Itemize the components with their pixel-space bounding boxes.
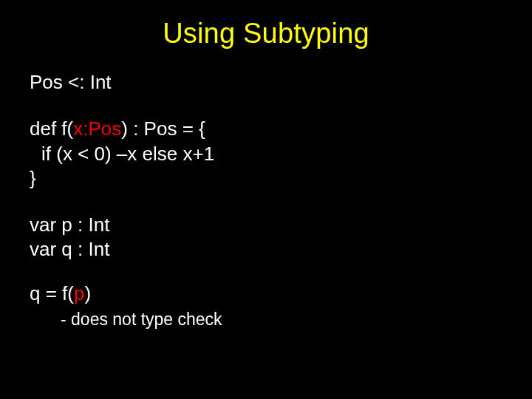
call-expression: q = f(p) xyxy=(30,282,502,306)
var-q: var q : Int xyxy=(30,237,502,262)
def-line-1: def f(x:Pos) : Pos = { xyxy=(30,117,502,141)
call-suffix: ) xyxy=(84,282,91,304)
subtype-declaration: Pos <: Int xyxy=(30,70,502,95)
def-line-3: } xyxy=(30,166,502,191)
slide-title: Using Subtyping xyxy=(30,18,502,50)
var-p: var p : Int xyxy=(30,213,502,237)
def-line-2: if (x < 0) –x else x+1 xyxy=(30,142,502,166)
slide: Using Subtyping Pos <: Int def f(x:Pos) … xyxy=(0,0,532,399)
def-prefix: def f( xyxy=(30,117,73,140)
call-prefix: q = f( xyxy=(30,282,74,304)
slide-body: Pos <: Int def f(x:Pos) : Pos = { if (x … xyxy=(30,70,502,330)
function-definition: def f(x:Pos) : Pos = { if (x < 0) –x els… xyxy=(30,117,502,191)
param-type: x:Pos xyxy=(73,117,121,140)
type-check-note: - does not type check xyxy=(30,309,502,330)
call-argument: p xyxy=(74,282,84,304)
def-suffix: ) : Pos = { xyxy=(121,117,205,140)
variable-declarations: var p : Int var q : Int xyxy=(30,213,502,262)
